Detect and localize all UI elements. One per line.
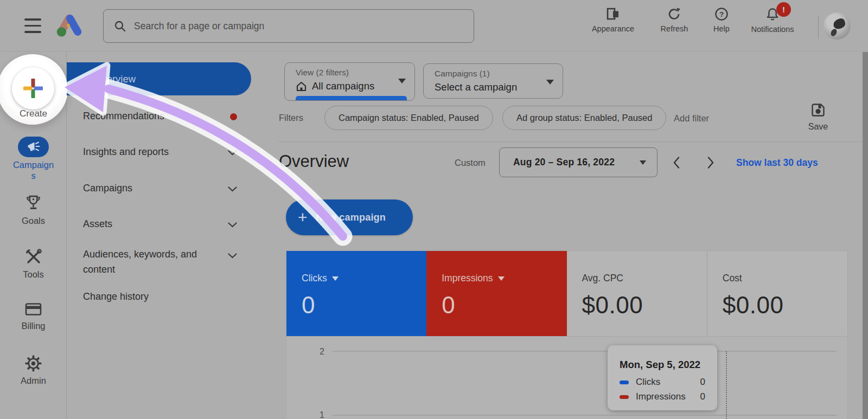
tooltip-impressions-value: 0	[700, 391, 705, 402]
drawer-item-recommendations[interactable]: Recommendations	[83, 111, 164, 122]
timeseries-chart[interactable]: 2 1	[286, 337, 848, 419]
notifications-button[interactable]: Notifications !	[745, 7, 800, 34]
page-title: Overview	[279, 152, 349, 171]
drawer-item-assets[interactable]: Assets	[83, 218, 112, 230]
campaign-selector-value: Select a campaign	[435, 81, 517, 93]
new-campaign-label: New campaign	[316, 212, 386, 223]
svg-text:?: ?	[719, 10, 724, 18]
tooltip-date: Mon, Sep 5, 2022	[620, 359, 705, 371]
y-axis-tick: 1	[303, 410, 324, 419]
notifications-label: Notifications	[747, 25, 798, 34]
drawer-item-overview[interactable]: Overview	[67, 62, 251, 95]
navigation-rail: Create Campaigns	[0, 51, 67, 419]
tooltip-clicks-value: 0	[700, 377, 705, 388]
chart-tooltip: Mon, Sep 5, 2022 Clicks 0 Impressions 0	[608, 345, 717, 410]
campaign-selector[interactable]: Campaigns (1) Select a campaign	[423, 63, 563, 99]
credit-card-icon	[25, 302, 42, 316]
search-input[interactable]	[134, 21, 464, 32]
scorecard-cost-label: Cost	[723, 273, 742, 284]
view-selector-label: View (2 filters)	[296, 68, 406, 78]
save-button[interactable]: Save	[802, 102, 834, 132]
drawer-item-audiences[interactable]: Audiences, keywords, and content	[83, 247, 231, 277]
rail-item-admin[interactable]: Admin	[0, 355, 67, 386]
refresh-button[interactable]: Refresh	[651, 7, 698, 34]
drawer-item-insights[interactable]: Insights and reports	[83, 146, 169, 158]
gear-icon	[25, 355, 42, 372]
scorecard-impressions-label: Impressions	[442, 273, 493, 284]
new-campaign-button[interactable]: + New campaign	[286, 199, 413, 235]
notification-badge: !	[776, 2, 791, 17]
gridline	[333, 415, 837, 416]
hover-crosshair-line	[726, 351, 727, 419]
account-avatar[interactable]	[824, 12, 851, 40]
rail-label-goals: Goals	[22, 216, 45, 226]
appearance-icon	[606, 7, 621, 21]
scorecard-clicks-value: 0	[302, 292, 426, 319]
rail-item-tools[interactable]: Tools	[0, 248, 67, 280]
dropdown-caret-icon[interactable]	[332, 276, 339, 281]
drawer-item-campaigns[interactable]: Campaigns	[83, 183, 132, 194]
megaphone-icon	[27, 141, 40, 152]
appearance-button[interactable]: Appearance	[585, 7, 641, 34]
scorecard-cost-value: $0.00	[723, 292, 847, 319]
refresh-icon	[667, 7, 681, 21]
trophy-icon	[24, 194, 42, 212]
rail-label-admin: Admin	[21, 376, 46, 386]
help-icon: ?	[714, 7, 729, 21]
scorecard-impressions-value: 0	[442, 292, 566, 319]
rail-item-billing[interactable]: Billing	[0, 302, 67, 331]
drawer-label-overview: Overview	[94, 73, 136, 85]
clicks-series-swatch	[620, 381, 629, 384]
filter-chip-campaign-status[interactable]: Campaign status: Enabled, Paused	[324, 106, 493, 130]
google-ads-logo-icon	[55, 14, 84, 38]
chevron-down-icon	[228, 150, 237, 156]
dropdown-caret-icon[interactable]	[498, 276, 505, 281]
create-button[interactable]	[12, 67, 54, 109]
rail-label-tools: Tools	[23, 269, 44, 280]
show-last-30-days-link[interactable]: Show last 30 days	[736, 157, 818, 169]
top-app-bar: Appearance Refresh ? Help	[0, 0, 868, 51]
scorecard-clicks-label: Clicks	[302, 273, 327, 284]
appearance-label: Appearance	[592, 24, 634, 33]
section-divider	[278, 141, 863, 142]
page-scrollbar[interactable]	[863, 52, 868, 419]
previous-period-button[interactable]	[673, 156, 680, 169]
drawer-item-change-history[interactable]: Change history	[83, 291, 149, 302]
chevron-down-icon	[228, 222, 237, 228]
dropdown-caret-icon	[546, 80, 554, 85]
view-selector[interactable]: View (2 filters) All campaigns	[284, 62, 415, 101]
date-range-value: Aug 20 – Sep 16, 2022	[513, 157, 615, 168]
topbar-divider	[818, 15, 819, 39]
scorecard-strip: Clicks 0 Impressions 0 Avg. CPC $0.00 Co…	[286, 250, 848, 337]
add-filter-button[interactable]: Add filter	[674, 113, 709, 124]
rail-label-billing: Billing	[21, 321, 45, 331]
rail-label-campaigns: Campaigns	[12, 159, 55, 181]
scorecard-impressions[interactable]: Impressions 0	[426, 251, 566, 336]
topbar-actions: Appearance Refresh ? Help	[585, 7, 800, 34]
next-period-button[interactable]	[707, 156, 714, 169]
rail-item-campaigns[interactable]: Campaigns	[0, 137, 67, 181]
view-selector-value: All campaigns	[312, 80, 374, 92]
scorecard-cost[interactable]: Cost $0.00	[707, 251, 847, 336]
search-icon	[113, 20, 126, 33]
filter-chip-ad-group-status[interactable]: Ad group status: Enabled, Paused	[502, 106, 666, 130]
y-axis-tick: 2	[303, 347, 324, 357]
scorecard-clicks[interactable]: Clicks 0	[286, 251, 426, 336]
tools-icon	[24, 248, 43, 265]
tooltip-clicks-label: Clicks	[636, 377, 660, 388]
save-icon	[810, 102, 826, 118]
main-menu-icon[interactable]	[24, 18, 41, 33]
date-range-selector[interactable]: Aug 20 – Sep 16, 2022	[499, 147, 658, 177]
help-label: Help	[713, 24, 730, 33]
help-button[interactable]: ? Help	[707, 7, 736, 34]
global-search	[103, 9, 474, 43]
campaigns-active-pill	[18, 137, 49, 157]
dropdown-caret-icon	[640, 160, 646, 165]
scorecard-avg-cpc-value: $0.00	[582, 292, 707, 319]
plus-icon: +	[298, 209, 308, 225]
home-icon	[296, 81, 307, 92]
recommendations-dot-badge	[230, 113, 237, 120]
chevron-down-icon	[228, 186, 237, 192]
scorecard-avg-cpc[interactable]: Avg. CPC $0.00	[567, 251, 707, 336]
rail-item-goals[interactable]: Goals	[0, 194, 67, 226]
